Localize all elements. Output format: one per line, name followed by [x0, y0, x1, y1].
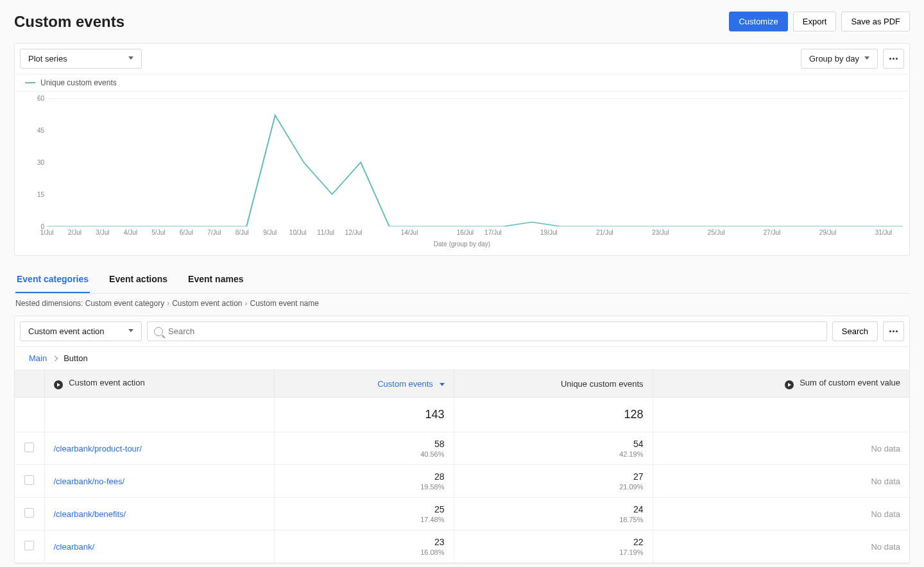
- group-by-label: Group by day: [809, 54, 859, 63]
- x-tick: 25/Jul: [708, 229, 725, 236]
- x-tick: 11/Jul: [317, 229, 334, 236]
- th-events-label: Custom events: [377, 379, 433, 389]
- row-checkbox[interactable]: [24, 475, 34, 485]
- tabs: Event categories Event actions Event nam…: [14, 267, 910, 294]
- row-checkbox[interactable]: [24, 541, 34, 550]
- header-actions: Customize Export Save as PDF: [729, 12, 910, 31]
- action-link[interactable]: /clearbank/benefits/: [54, 509, 126, 519]
- x-tick: 2/Jul: [68, 229, 81, 236]
- tab-event-names[interactable]: Event names: [187, 267, 244, 293]
- more-icon: [889, 58, 898, 60]
- events-value: 58: [284, 439, 445, 449]
- plot-series-select[interactable]: Plot series: [20, 49, 142, 69]
- tab-event-categories[interactable]: Event categories: [15, 267, 90, 293]
- th-checkbox: [15, 370, 44, 398]
- unique-pct: 21.09%: [463, 483, 644, 491]
- no-data: No data: [871, 444, 900, 453]
- tab-event-actions[interactable]: Event actions: [108, 267, 169, 293]
- more-button[interactable]: [883, 49, 904, 69]
- x-tick: 7/Jul: [207, 229, 221, 236]
- nested-dimensions: Nested dimensions: Custom event category…: [14, 294, 910, 316]
- unique-pct: 18.75%: [463, 516, 644, 523]
- action-link[interactable]: /clearbank/: [54, 542, 95, 552]
- x-tick: 23/Jul: [652, 229, 669, 236]
- table-more-button[interactable]: [883, 321, 904, 341]
- chart-area: 015304560 1/Jul2/Jul3/Jul4/Jul5/Jul6/Jul…: [15, 92, 909, 255]
- x-tick: 9/Jul: [263, 229, 277, 236]
- nested-dims-label: Nested dimensions:: [15, 299, 83, 308]
- x-axis-label: Date (group by day): [34, 241, 890, 248]
- x-tick: 8/Jul: [235, 229, 249, 236]
- search-icon: [154, 327, 163, 336]
- totals-events: 143: [274, 398, 454, 432]
- th-unique[interactable]: Unique custom events: [454, 370, 653, 398]
- x-tick: 21/Jul: [596, 229, 613, 236]
- play-icon: [785, 380, 794, 389]
- x-tick: 27/Jul: [764, 229, 781, 236]
- nested-dim-item: Custom event name: [250, 299, 319, 308]
- y-tick: 45: [37, 127, 44, 134]
- events-value: 23: [284, 537, 445, 547]
- chevron-right-icon: ›: [243, 299, 250, 308]
- x-tick: 4/Jul: [124, 229, 137, 236]
- x-tick: 10/Jul: [289, 229, 307, 236]
- row-checkbox[interactable]: [24, 443, 34, 452]
- x-tick: 19/Jul: [540, 229, 558, 236]
- y-tick: 60: [37, 95, 44, 102]
- customize-button[interactable]: Customize: [729, 12, 787, 31]
- th-unique-label: Unique custom events: [561, 379, 644, 389]
- x-tick: 17/Jul: [484, 229, 502, 236]
- events-value: 25: [284, 504, 445, 514]
- unique-pct: 17.19%: [463, 548, 644, 556]
- x-tick: 1/Jul: [40, 229, 53, 236]
- th-events[interactable]: Custom events: [274, 370, 454, 398]
- chevron-down-icon: [864, 56, 869, 62]
- x-tick: 14/Jul: [401, 229, 418, 236]
- th-action-label: Custom event action: [69, 378, 145, 387]
- x-tick: 16/Jul: [457, 229, 474, 236]
- nested-dim-item: Custom event action: [172, 299, 242, 308]
- export-button[interactable]: Export: [793, 12, 837, 31]
- chart-legend: Unique custom events: [15, 74, 909, 92]
- no-data: No data: [871, 542, 900, 552]
- save-pdf-button[interactable]: Save as PDF: [841, 12, 910, 31]
- unique-value: 27: [463, 471, 644, 482]
- breadcrumb-root[interactable]: Main: [29, 353, 47, 363]
- breadcrumb-current: Button: [64, 353, 88, 363]
- table-row: /clearbank/benefits/ 25 17.48% 24 18.75%…: [15, 498, 909, 530]
- table-breadcrumb: Main Button: [15, 347, 909, 370]
- dimension-select[interactable]: Custom event action: [20, 321, 142, 341]
- x-tick: 12/Jul: [345, 229, 363, 236]
- table-row: /clearbank/no-fees/ 28 19.58% 27 21.09% …: [15, 465, 909, 498]
- x-tick: 3/Jul: [96, 229, 109, 236]
- nested-dim-item: Custom event category: [85, 299, 164, 308]
- search-button[interactable]: Search: [832, 321, 878, 341]
- search-input[interactable]: [168, 322, 820, 341]
- events-pct: 40.56%: [284, 450, 445, 458]
- action-link[interactable]: /clearbank/product-tour/: [54, 444, 142, 453]
- action-link[interactable]: /clearbank/no-fees/: [54, 477, 125, 486]
- no-data: No data: [871, 509, 900, 519]
- th-sum[interactable]: Sum of custom event value: [653, 370, 909, 398]
- events-pct: 17.48%: [284, 516, 445, 523]
- y-tick: 15: [37, 191, 44, 198]
- page-header: Custom events Customize Export Save as P…: [14, 12, 910, 31]
- th-action[interactable]: Custom event action: [44, 370, 274, 398]
- unique-value: 24: [463, 504, 644, 514]
- chevron-right-icon: ›: [164, 299, 172, 308]
- chevron-down-icon: [128, 56, 133, 62]
- page-title: Custom events: [14, 13, 124, 31]
- th-sum-label: Sum of custom event value: [800, 378, 900, 387]
- legend-label: Unique custom events: [40, 78, 117, 87]
- events-pct: 19.58%: [284, 483, 445, 491]
- y-tick: 30: [37, 159, 44, 166]
- chart-series-line: [47, 115, 903, 226]
- events-value: 28: [284, 471, 445, 482]
- dimension-label: Custom event action: [28, 326, 105, 336]
- search-field[interactable]: [147, 321, 827, 341]
- x-tick: 31/Jul: [875, 229, 893, 236]
- row-checkbox[interactable]: [24, 508, 34, 518]
- events-pct: 16.08%: [284, 548, 445, 556]
- table-header-row: Custom event action Custom events Unique…: [15, 370, 909, 398]
- group-by-select[interactable]: Group by day: [801, 49, 878, 69]
